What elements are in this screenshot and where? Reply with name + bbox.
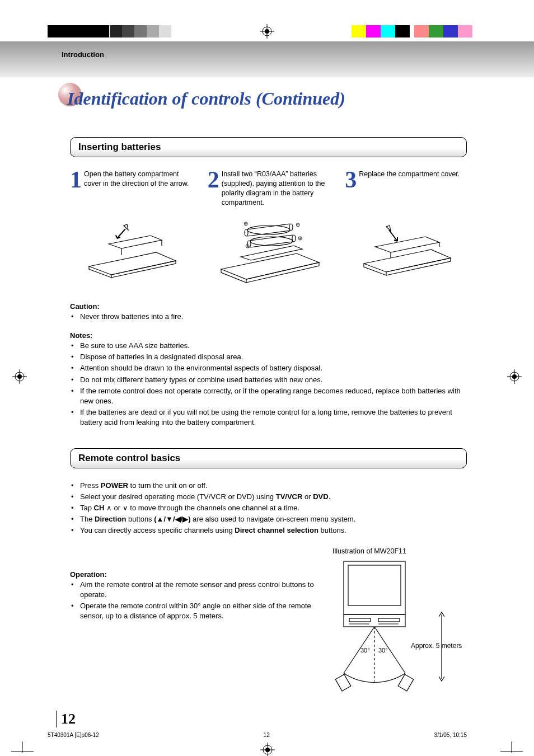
- svg-rect-15: [348, 565, 401, 605]
- svg-rect-14: [344, 561, 405, 614]
- notes-label: Notes:: [70, 331, 92, 340]
- figure-insert-batteries: ⊕ ⊖ ⊖ ⊕: [208, 213, 330, 286]
- svg-text:⊖: ⊖: [296, 222, 300, 228]
- print-footer: 5T40301A [E]p06-12 12 3/1/05, 10:15: [0, 727, 534, 738]
- basics-item: Tap CH ∧ or ∨ to move through the channe…: [70, 503, 467, 513]
- note-item: Do not mix different battery types or co…: [70, 375, 467, 385]
- footer-file: 5T40301A [E]p06-12: [48, 732, 99, 738]
- svg-rect-17: [349, 618, 371, 622]
- svg-text:⊖: ⊖: [245, 243, 250, 249]
- caution-label: Caution:: [70, 302, 100, 311]
- section-header: Introduction: [0, 41, 534, 77]
- svg-text:⊕: ⊕: [298, 235, 302, 241]
- step-text: Install two “R03/AAA” batteries (supplie…: [222, 170, 330, 208]
- black-squares: [48, 25, 109, 37]
- svg-rect-23: [398, 674, 414, 691]
- registration-mark-right-icon: [507, 369, 522, 384]
- operation-item: Aim the remote control at the remote sen…: [70, 580, 321, 600]
- basics-item: You can directly access specific channel…: [70, 525, 467, 536]
- caution-item: Never throw batteries into a fire.: [70, 312, 467, 322]
- svg-text:⊕: ⊕: [243, 220, 248, 227]
- note-item: If the batteries are dead or if you will…: [70, 407, 467, 428]
- bottom-crop-marks: [0, 741, 534, 757]
- cmyk-squares: [352, 25, 472, 37]
- note-item: Dispose of batteries in a designated dis…: [70, 352, 467, 362]
- svg-rect-16: [344, 614, 405, 627]
- basics-item: Press POWER to turn the unit on or off.: [70, 481, 467, 491]
- page-content: Inserting batteries 1 Open the battery c…: [0, 109, 534, 693]
- step-text: Replace the compartment cover.: [359, 170, 460, 208]
- operation-label: Operation:: [70, 570, 107, 579]
- svg-point-6: [289, 224, 293, 231]
- svg-text:30°: 30°: [378, 647, 388, 654]
- section-label: Introduction: [62, 50, 104, 59]
- operation-item: Operate the remote control within 30° an…: [70, 601, 321, 621]
- registration-mark-left-icon: [12, 369, 27, 384]
- section-heading-remote: Remote control basics: [70, 448, 467, 468]
- note-item: Be sure to use AAA size batteries.: [70, 341, 467, 351]
- step-text: Open the battery compartment cover in th…: [84, 170, 192, 208]
- basics-item: The Direction buttons (▲/▼/◀/▶) are also…: [70, 514, 467, 524]
- basics-list: Press POWER to turn the unit on or off. …: [70, 481, 467, 536]
- note-item: Attention should be drawn to the environ…: [70, 363, 467, 373]
- figure-open-cover: [70, 213, 192, 286]
- svg-rect-22: [335, 674, 351, 691]
- tv-range-diagram: 30° 30° Approx. 5 meters: [332, 558, 467, 693]
- notes-block: Notes: Be sure to use AAA size batteries…: [70, 331, 467, 428]
- step-2: 2 Install two “R03/AAA” batteries (suppl…: [208, 170, 330, 208]
- svg-text:30°: 30°: [360, 647, 370, 654]
- registration-mark-icon: [260, 24, 274, 39]
- figure-row: ⊕ ⊖ ⊖ ⊕: [70, 213, 467, 286]
- step-number: 3: [345, 170, 357, 208]
- steps-row: 1 Open the battery compartment cover in …: [70, 170, 467, 208]
- basics-item: Select your desired operating mode (TV/V…: [70, 492, 467, 502]
- footer-page: 12: [264, 732, 270, 738]
- caution-block: Caution: Never throw batteries into a fi…: [70, 302, 467, 322]
- svg-point-9: [292, 235, 296, 242]
- footer-date: 3/1/05, 10:15: [434, 732, 467, 738]
- section-heading-batteries: Inserting batteries: [70, 137, 467, 157]
- grey-gradient-squares: [110, 25, 171, 37]
- step-1: 1 Open the battery compartment cover in …: [70, 170, 192, 208]
- print-registration-bar: [0, 25, 534, 38]
- illustration-caption: Illustration of MW20F11: [332, 547, 467, 555]
- svg-rect-18: [378, 618, 400, 622]
- step-3: 3 Replace the compartment cover.: [345, 170, 467, 208]
- page-title: Identification of controls (Continued): [67, 88, 534, 109]
- step-number: 2: [208, 170, 219, 208]
- figure-close-cover: [345, 213, 467, 286]
- svg-text:Approx. 5 meters: Approx. 5 meters: [411, 642, 462, 650]
- note-item: If the remote control does not operate c…: [70, 386, 467, 406]
- page-number: 12: [56, 711, 534, 727]
- svg-point-5: [245, 229, 248, 236]
- step-number: 1: [70, 170, 82, 208]
